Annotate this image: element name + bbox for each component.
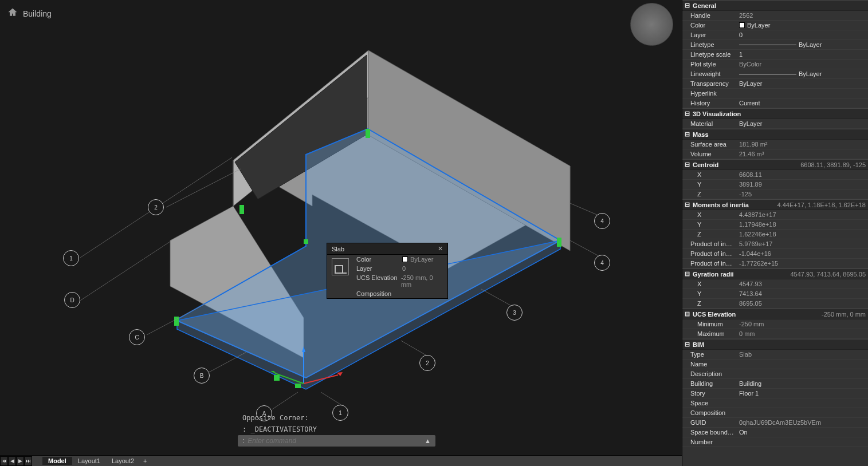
section-gyration[interactable]: ⊟Gyration radii4547.93, 7413.64, 8695.05 [682, 268, 868, 279]
close-icon[interactable]: ✕ [438, 245, 443, 252]
prop-volume[interactable]: Volume21.46 m³ [682, 149, 868, 159]
model-geometry[interactable] [0, 0, 682, 455]
prop-moments-y[interactable]: Y1.17948e+18 [682, 220, 868, 230]
command-prompt-prefix: : [242, 437, 244, 445]
tab-nav-first[interactable]: ⏮ [0, 456, 8, 466]
viewport-3d[interactable]: Building [0, 0, 682, 455]
svg-rect-13 [295, 384, 301, 388]
prop-bim-description[interactable]: Description [682, 369, 868, 379]
tab-nav-prev[interactable]: ◀ [8, 456, 16, 466]
tab-nav-last[interactable]: ⏭ [24, 456, 32, 466]
prop-linetype-scale[interactable]: Linetype scale1 [682, 50, 868, 60]
grid-bubble[interactable]: 4 [594, 255, 610, 271]
prop-bim-building[interactable]: BuildingBuilding [682, 379, 868, 389]
prop-moments-z[interactable]: Z1.62246e+18 [682, 230, 868, 239]
section-centroid[interactable]: ⊟Centroid6608.11, 3891.89, -125 [682, 159, 868, 170]
prop-bim-space[interactable]: Space [682, 398, 868, 408]
collapse-icon: ⊟ [685, 131, 690, 138]
section-ucs-elevation[interactable]: ⊟UCS Elevation-250 mm, 0 mm [682, 309, 868, 319]
prop-centroid-x[interactable]: X6608.11 [682, 170, 868, 180]
prop-bim-story[interactable]: StoryFloor 1 [682, 389, 868, 398]
collapse-icon: ⊟ [685, 161, 690, 168]
prop-lineweight[interactable]: LineweightByLayer [682, 69, 868, 79]
prop-layer[interactable]: Layer0 [682, 30, 868, 40]
prop-color[interactable]: ColorByLayer [682, 21, 868, 30]
svg-rect-12 [274, 375, 280, 381]
prop-product-inertia-2[interactable]: Product of inertia-1.044e+16 [682, 249, 868, 259]
lineweight-preview-icon [739, 74, 796, 74]
prop-bim-number[interactable]: Number [682, 437, 868, 447]
prop-ucs-max[interactable]: Maximum0 mm [682, 329, 868, 339]
grid-bubble[interactable]: B [194, 368, 210, 384]
quick-properties-popup[interactable]: Slab ✕ Color ByLayer Layer 0 UCS Elevat [327, 243, 448, 299]
grid-bubble[interactable]: 4 [594, 213, 610, 229]
prop-hyperlink[interactable]: Hyperlink [682, 89, 868, 98]
prop-gyration-y[interactable]: Y7413.64 [682, 289, 868, 299]
grid-bubble[interactable]: D [64, 292, 80, 308]
section-general[interactable]: ⊟General [682, 0, 868, 11]
section-moments[interactable]: ⊟Moments of inertia4.44E+17, 1.18E+18, 1… [682, 199, 868, 210]
grid-bubble[interactable]: C [129, 329, 145, 345]
command-history-line: Opposite Corner: [238, 412, 435, 424]
qp-row-layer[interactable]: Layer 0 [353, 264, 447, 273]
prop-history[interactable]: HistoryCurrent [682, 98, 868, 108]
color-swatch-icon [402, 256, 408, 262]
properties-panel[interactable]: ⊟General Handle2562 ColorByLayer Layer0 … [682, 0, 868, 466]
collapse-icon: ⊟ [685, 341, 690, 348]
svg-rect-9 [304, 239, 308, 244]
prop-product-inertia-1[interactable]: Product of inertia5.9769e+17 [682, 239, 868, 249]
prop-bim-guid[interactable]: GUID0qhaJU69DcAm3EUz5bVEm [682, 418, 868, 428]
tab-layout1[interactable]: Layout1 [72, 457, 106, 465]
section-mass[interactable]: ⊟Mass [682, 129, 868, 140]
section-3d-visualization[interactable]: ⊟3D Visualization [682, 108, 868, 119]
prop-handle[interactable]: Handle2562 [682, 11, 868, 21]
command-area: Opposite Corner: : _DEACTIVATESTORY : ▲ [238, 412, 435, 447]
tab-model[interactable]: Model [42, 457, 72, 465]
prop-ucs-min[interactable]: Minimum-250 mm [682, 319, 868, 329]
command-input[interactable] [248, 437, 425, 445]
prop-surface-area[interactable]: Surface area181.98 m² [682, 140, 868, 149]
qp-row-composition[interactable]: Composition [353, 289, 447, 298]
color-swatch-icon [739, 22, 745, 28]
prop-bim-space-bounding[interactable]: Space boundingOn [682, 428, 868, 437]
slab-icon [332, 258, 349, 275]
svg-line-25 [272, 392, 298, 409]
svg-line-21 [80, 240, 172, 301]
tab-nav-next[interactable]: ▶ [16, 456, 24, 466]
prop-material[interactable]: MaterialByLayer [682, 119, 868, 129]
collapse-icon: ⊟ [685, 270, 690, 278]
prop-bim-name[interactable]: Name [682, 360, 868, 369]
prop-gyration-x[interactable]: X4547.93 [682, 279, 868, 289]
prop-plot-style[interactable]: Plot styleByColor [682, 60, 868, 69]
collapse-icon: ⊟ [685, 201, 690, 208]
collapse-icon: ⊟ [685, 110, 690, 117]
prop-gyration-z[interactable]: Z8695.05 [682, 299, 868, 309]
prop-linetype[interactable]: LinetypeByLayer [682, 40, 868, 50]
section-bim[interactable]: ⊟BIM [682, 339, 868, 350]
grid-bubble[interactable]: 1 [63, 250, 79, 266]
add-layout-button[interactable]: + [140, 457, 150, 464]
collapse-icon: ⊟ [685, 2, 690, 9]
grid-bubble[interactable]: 3 [506, 305, 523, 321]
prop-transparency[interactable]: TransparencyByLayer [682, 79, 868, 89]
prop-bim-composition[interactable]: Composition [682, 408, 868, 418]
prop-bim-type[interactable]: TypeSlab [682, 350, 868, 360]
command-history-line: : _DEACTIVATESTORY [238, 424, 435, 435]
svg-line-22 [166, 169, 241, 207]
svg-rect-7 [174, 317, 179, 326]
chevron-up-icon[interactable]: ▲ [425, 437, 431, 444]
grid-bubble[interactable]: 2 [419, 355, 435, 371]
svg-rect-10 [366, 129, 370, 138]
tab-layout2[interactable]: Layout2 [106, 457, 140, 465]
prop-centroid-y[interactable]: Y3891.89 [682, 180, 868, 189]
command-input-bar[interactable]: : ▲ [238, 435, 435, 447]
prop-product-inertia-3[interactable]: Product of inertia-1.77262e+15 [682, 259, 868, 268]
grid-bubble[interactable]: 2 [148, 199, 164, 215]
collapse-icon: ⊟ [685, 310, 690, 318]
qp-row-color[interactable]: Color ByLayer [353, 255, 447, 264]
qp-row-ucs[interactable]: UCS Elevation -250 mm, 0 mm [353, 273, 447, 289]
linetype-preview-icon [739, 45, 796, 45]
svg-line-24 [209, 352, 246, 372]
prop-moments-x[interactable]: X4.43871e+17 [682, 210, 868, 220]
prop-centroid-z[interactable]: Z-125 [682, 189, 868, 199]
